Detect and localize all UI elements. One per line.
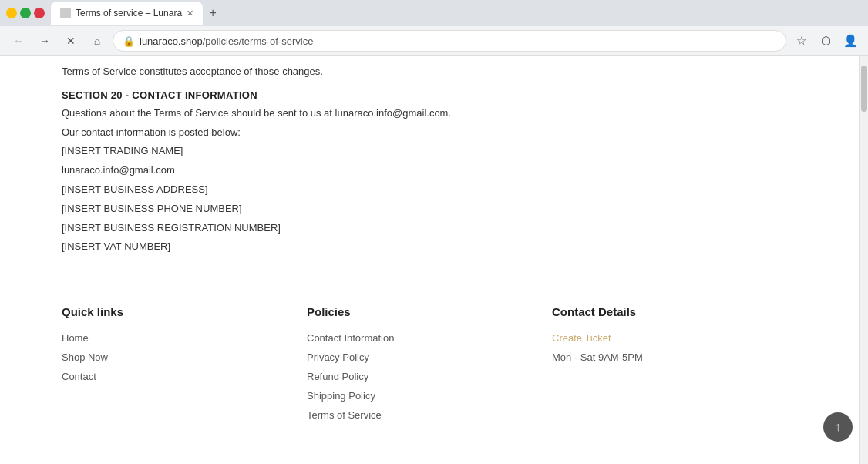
footer-link-contact-info[interactable]: Contact Information bbox=[307, 332, 552, 344]
expand-button[interactable] bbox=[20, 8, 31, 18]
footer-link-contact[interactable]: Contact bbox=[62, 371, 307, 382]
terms-contact-note: Our contact information is posted below: bbox=[62, 125, 797, 141]
section-heading: SECTION 20 - CONTACT INFORMATION bbox=[62, 89, 797, 101]
tab-favicon bbox=[60, 8, 71, 18]
policies-title: Policies bbox=[307, 305, 552, 318]
footer-link-shop-now[interactable]: Shop Now bbox=[62, 351, 307, 363]
forward-button[interactable]: → bbox=[34, 30, 56, 52]
extensions-button[interactable]: ⬡ bbox=[816, 31, 836, 51]
terms-line5: [INSERT BUSINESS REGISTRATION NUMBER] bbox=[62, 220, 797, 237]
contact-details-title: Contact Details bbox=[552, 305, 797, 318]
address-bar[interactable]: 🔒 lunaraco.shop/policies/terms-of-servic… bbox=[113, 30, 786, 52]
scrollbar[interactable] bbox=[859, 56, 868, 464]
scroll-thumb[interactable] bbox=[861, 66, 867, 112]
footer-bottom: LUNARA Los Angeles bbox=[62, 452, 797, 464]
quick-links-title: Quick links bbox=[62, 305, 307, 318]
terms-line6: [INSERT VAT NUMBER] bbox=[62, 239, 797, 255]
tab-controls bbox=[6, 8, 45, 18]
create-ticket-link[interactable]: Create Ticket bbox=[552, 332, 797, 344]
terms-intro: Questions about the Terms of Service sho… bbox=[62, 106, 797, 122]
quick-links-col: Quick links Home Shop Now Contact bbox=[62, 305, 307, 429]
terms-last-line: Terms of Service constitutes acceptance … bbox=[62, 64, 797, 80]
policies-col: Policies Contact Information Privacy Pol… bbox=[307, 305, 552, 429]
profile-button[interactable]: 👤 bbox=[840, 31, 860, 51]
footer-link-terms[interactable]: Terms of Service bbox=[307, 409, 552, 421]
back-button[interactable]: ← bbox=[8, 30, 29, 52]
terms-section: Terms of Service constitutes acceptance … bbox=[62, 56, 797, 274]
footer-link-refund[interactable]: Refund Policy bbox=[307, 371, 552, 382]
footer-link-privacy[interactable]: Privacy Policy bbox=[307, 351, 552, 363]
main-content: Terms of Service constitutes acceptance … bbox=[0, 56, 868, 464]
browser-chrome: Terms of service – Lunara ✕ + ← → ✕ ⌂ 🔒 … bbox=[0, 0, 868, 56]
footer-link-shipping[interactable]: Shipping Policy bbox=[307, 390, 552, 402]
active-tab[interactable]: Terms of service – Lunara ✕ bbox=[51, 2, 203, 25]
footer-link-home[interactable]: Home bbox=[62, 332, 307, 344]
scroll-to-top-button[interactable]: ↑ bbox=[823, 412, 853, 442]
bookmark-button[interactable]: ☆ bbox=[791, 31, 811, 51]
tab-bar: Terms of service – Lunara ✕ + bbox=[0, 0, 868, 26]
tab-close-button[interactable]: ✕ bbox=[187, 8, 193, 18]
terms-line2: lunaraco.info@gmail.com bbox=[62, 163, 797, 179]
home-button[interactable]: ⌂ bbox=[86, 30, 108, 52]
terms-line3: [INSERT BUSINESS ADDRESS] bbox=[62, 182, 797, 198]
tab-title: Terms of service – Lunara bbox=[76, 8, 182, 18]
page-content: Terms of Service constitutes acceptance … bbox=[0, 56, 868, 464]
close-loading-button[interactable]: ✕ bbox=[60, 30, 82, 52]
lock-icon: 🔒 bbox=[123, 35, 135, 47]
address-text: lunaraco.shop/policies/terms-of-service bbox=[140, 35, 776, 47]
footer-links: Quick links Home Shop Now Contact Polici… bbox=[62, 290, 797, 452]
address-bar-row: ← → ✕ ⌂ 🔒 lunaraco.shop/policies/terms-o… bbox=[0, 26, 868, 55]
terms-line1: [INSERT TRADING NAME] bbox=[62, 143, 797, 160]
minimize-button[interactable] bbox=[6, 8, 17, 18]
terms-line4: [INSERT BUSINESS PHONE NUMBER] bbox=[62, 201, 797, 217]
close-window-button[interactable] bbox=[34, 8, 45, 18]
contact-details-col: Contact Details Create Ticket Mon - Sat … bbox=[552, 305, 797, 429]
new-tab-button[interactable]: + bbox=[203, 3, 223, 23]
business-hours: Mon - Sat 9AM-5PM bbox=[552, 351, 797, 363]
